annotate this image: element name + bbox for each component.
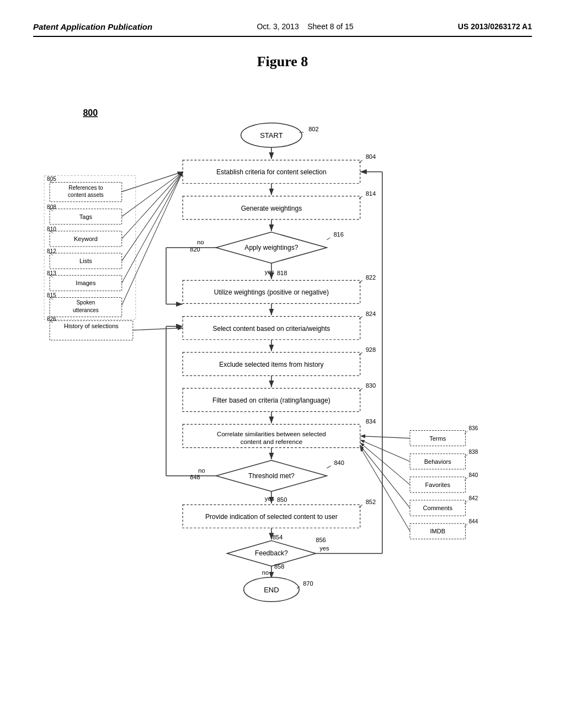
ref-804: 804 (366, 153, 376, 160)
ref-928: 928 (366, 346, 376, 353)
header: Patent Application Publication Oct. 3, 2… (33, 22, 532, 37)
ref-808: 808 (47, 204, 56, 210)
favorites-label: Favorites (425, 481, 451, 488)
correlate-label: Correlate similarities between selected (217, 431, 326, 437)
filter-criteria-label: Filter based on criteria (rating/languag… (212, 397, 331, 404)
exclude-items-label: Exclude selected items from history (219, 361, 323, 368)
ref-836: 836 (468, 425, 478, 431)
end-label: END (264, 586, 279, 594)
ref-805: 805 (47, 176, 56, 182)
correlate-label2: content and reference (241, 438, 302, 445)
ref-814: 814 (366, 190, 376, 197)
header-date-sheet: Oct. 3, 2013 Sheet 8 of 15 (257, 22, 353, 31)
ref-854: 854 (273, 534, 282, 540)
select-content-label: Select content based on criteria/weights (212, 325, 330, 333)
header-publication-title: Patent Application Publication (33, 22, 152, 31)
history-label: History of selections (64, 323, 119, 329)
ref-850: 850 (277, 496, 287, 503)
svg-line-77 (360, 443, 410, 485)
terms-label: Terms (429, 435, 446, 442)
svg-line-61 (122, 172, 183, 216)
comments-label: Comments (423, 505, 453, 511)
spoken-label2: utterances (73, 307, 99, 313)
ref-816: 816 (333, 231, 343, 238)
ref-844: 844 (468, 518, 478, 524)
no-label-3: no (262, 569, 269, 576)
ref-856: 856 (316, 537, 326, 543)
lists-label: Lists (79, 258, 92, 264)
ref-content-assets-label2: content assets (68, 192, 104, 198)
ref-842: 842 (468, 495, 478, 501)
provide-indication-label: Provide indication of selected content t… (205, 513, 338, 521)
yes-label-3: yes (319, 545, 329, 552)
figure-title: Figure 8 (33, 53, 532, 70)
no-label-2: no (198, 467, 205, 474)
ref-815: 815 (47, 292, 56, 298)
ref-830: 830 (366, 382, 376, 389)
ref-802: 802 (308, 126, 318, 132)
ref-822: 822 (366, 274, 376, 281)
diagram-area: 800 START 802 Establish criteria for con… (33, 81, 532, 660)
svg-line-32 (327, 466, 331, 468)
diagram-id: 800 (83, 108, 98, 117)
start-label: START (260, 131, 283, 140)
header-sheet: Sheet 8 of 15 (307, 22, 353, 31)
header-patent-number: US 2013/0263172 A1 (458, 22, 532, 31)
header-date: Oct. 3, 2013 (257, 22, 299, 31)
ref-858: 858 (274, 563, 284, 570)
apply-weightings-label: Apply weightings? (244, 244, 298, 251)
spoken-label: Spoken (76, 299, 95, 306)
behaviors-label: Behaviors (424, 458, 452, 465)
keyword-label: Keyword (74, 235, 98, 242)
ref-826: 826 (47, 316, 56, 322)
ref-810: 810 (47, 226, 56, 232)
svg-line-68 (133, 328, 183, 330)
ref-813: 813 (47, 270, 56, 276)
generate-weightings-label: Generate weightings (241, 205, 302, 212)
ref-870: 870 (303, 580, 313, 587)
threshold-label: Threshold met? (248, 472, 295, 480)
yes-label-2: yes (265, 495, 275, 502)
ref-824: 824 (366, 311, 376, 317)
ref-838: 838 (468, 449, 478, 455)
ref-818: 818 (277, 270, 287, 276)
imdb-label: IMDB (430, 528, 445, 534)
feedback-label: Feedback? (255, 549, 288, 557)
utilize-weightings-label: Utilize weightings (positive or negative… (214, 288, 329, 296)
ref-834: 834 (366, 418, 376, 425)
images-label: Images (76, 280, 96, 286)
svg-line-71 (360, 436, 410, 438)
ref-content-assets-label: References to (68, 185, 103, 191)
svg-line-74 (360, 440, 410, 462)
svg-line-65 (122, 172, 183, 305)
svg-line-12 (327, 238, 330, 240)
ref-820: 820 (190, 246, 200, 253)
ref-852: 852 (366, 499, 376, 505)
yes-label-1: yes (265, 269, 275, 275)
establish-criteria-label: Establish criteria for content selection (216, 168, 327, 176)
ref-840: 840 (334, 459, 344, 466)
flowchart-svg: 800 START 802 Establish criteria for con… (33, 81, 532, 660)
ref-840b: 840 (468, 472, 478, 478)
ref-812: 812 (47, 248, 56, 254)
page: Patent Application Publication Oct. 3, 2… (0, 0, 565, 728)
no-label-1: no (197, 239, 204, 245)
svg-line-83 (360, 447, 410, 532)
ref-848: 848 (190, 474, 200, 480)
tags-label: Tags (79, 213, 93, 220)
